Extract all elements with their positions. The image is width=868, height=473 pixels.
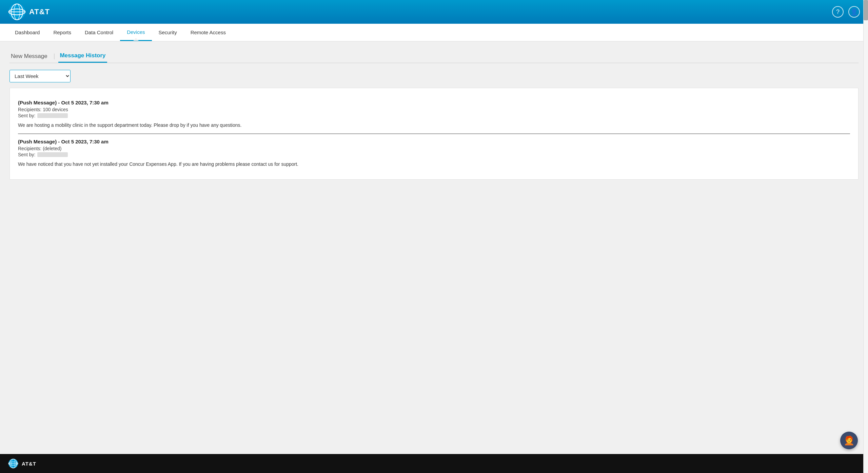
nav-item-dashboard[interactable]: Dashboard [8,24,46,41]
message-tabs: New Message | Message History [9,50,859,63]
time-filter-select[interactable]: Last Week Last Month Last 3 Months All [9,70,71,82]
att-logo-icon [8,3,26,21]
nav-item-remote-access[interactable]: Remote Access [184,24,233,41]
app-header: AT&T ? 👤 [0,0,868,24]
main-nav: Dashboard Reports Data Control Devices S… [0,24,868,41]
message-title: (Push Message) - Oct 5 2023, 7:30 am [18,139,850,144]
footer-brand-text: AT&T [22,461,36,467]
message-body: We have noticed that you have not yet in… [18,161,850,168]
nav-item-data-control[interactable]: Data Control [78,24,120,41]
message-sender: Sent by: [18,113,850,118]
chat-fab-icon: 🧑‍🦰 [844,435,854,446]
user-profile-button[interactable]: 👤 [848,6,860,18]
user-icon: 👤 [850,8,858,16]
tab-divider: | [54,53,55,60]
message-sender: Sent by: [18,152,850,157]
nav-item-security[interactable]: Security [152,24,184,41]
filter-row: Last Week Last Month Last 3 Months All [9,70,859,82]
nav-item-reports[interactable]: Reports [46,24,78,41]
message-body: We are hosting a mobility clinic in the … [18,122,850,129]
message-item: (Push Message) - Oct 5 2023, 7:30 am Rec… [18,134,850,173]
message-list: (Push Message) - Oct 5 2023, 7:30 am Rec… [9,88,859,180]
chat-support-button[interactable]: 🧑‍🦰 [840,432,858,449]
logo-area: AT&T [8,3,50,21]
message-item: (Push Message) - Oct 5 2023, 7:30 am Rec… [18,95,850,134]
att-brand-text: AT&T [29,7,50,16]
sender-redacted-value [37,113,68,118]
scrollbar-thumb[interactable] [864,0,868,20]
tab-message-history[interactable]: Message History [58,50,107,63]
help-button[interactable]: ? [832,6,844,18]
sender-redacted-value [37,152,68,157]
scrollbar-track[interactable] [863,0,868,473]
message-recipients: Recipients: 100 devices [18,107,850,112]
nav-item-devices[interactable]: Devices [120,24,152,41]
message-recipients: Recipients: (deleted) [18,146,850,151]
message-title: (Push Message) - Oct 5 2023, 7:30 am [18,100,850,105]
footer-att-logo-icon [8,458,18,469]
main-content: New Message | Message History Last Week … [0,41,868,454]
tab-new-message[interactable]: New Message [9,50,49,62]
header-icons: ? 👤 [832,6,860,18]
app-footer: AT&T [0,454,868,473]
